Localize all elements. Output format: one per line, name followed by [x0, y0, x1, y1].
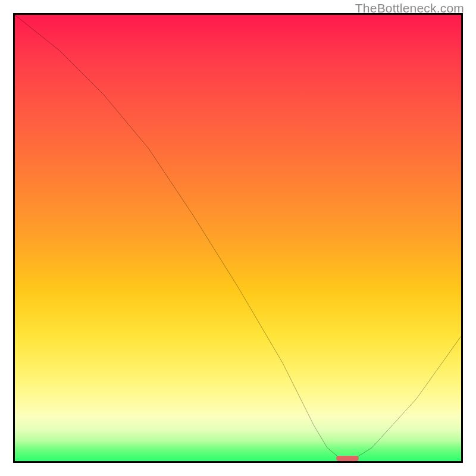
bottleneck-curve — [15, 15, 461, 461]
curve-path — [15, 15, 461, 459]
optimal-marker — [336, 456, 359, 462]
chart-frame — [13, 13, 463, 463]
